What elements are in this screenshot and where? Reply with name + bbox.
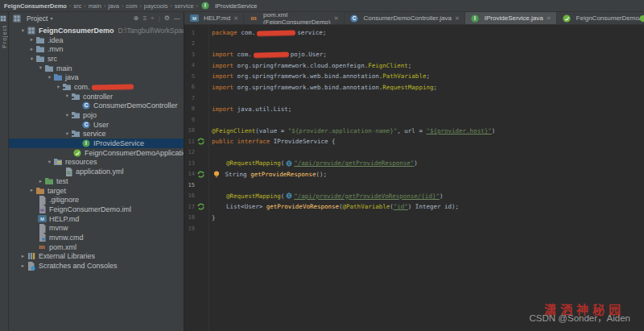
tree-item-pojo[interactable]: ▾pojo [9,110,184,120]
code-token: @FeignClient [212,127,255,134]
chevron-collapsed-icon[interactable]: ▸ [19,263,27,269]
code-line-7[interactable] [212,93,644,104]
chevron-collapsed-icon[interactable]: ▸ [19,254,27,259]
bulb-icon[interactable] [213,171,220,178]
tool-strip-label[interactable]: Project [2,25,7,48]
editor-tab-help-md[interactable]: MHELP.md✕ [184,12,244,24]
tree-item-pom-xml[interactable]: mpom.xml [9,242,184,252]
code-line-9[interactable] [212,114,644,126]
tree-item-mvnw-cmd[interactable]: mvnw.cmd [9,233,184,242]
collapse-all-icon[interactable]: Ξ [142,14,147,22]
tree-item--idea[interactable]: ▸.idea [9,35,184,45]
editor-tab-consumerdemocontroller-java[interactable]: CConsumerDemoController.java✕ [345,12,465,24]
chevron-collapsed-icon[interactable]: ▸ [28,188,35,193]
tree-item-iprovideservice[interactable]: IIProvideService [9,139,184,148]
code-line-4[interactable]: import org.springframework.cloud.openfei… [212,60,644,72]
tree-item-external-libraries[interactable]: ▸External Libraries [9,252,184,262]
chevron-expanded-icon[interactable]: ▾ [64,131,71,137]
breadcrumb-item[interactable]: com [126,2,137,10]
chevron-expanded-icon[interactable]: ▾ [64,113,71,118]
tree-item-mvnw[interactable]: mvnw [9,223,184,233]
tree-item-java[interactable]: ▾java [9,72,184,82]
tree-item-resources[interactable]: ▾resources [9,158,184,168]
editor-tab-iprovideservice-java[interactable]: IIProvideService.java✕ [465,12,557,24]
tree-item-feignconsumerdemoapplication[interactable]: FeignConsumerDemoApplication [9,148,184,158]
spring-bean-icon[interactable] [195,171,206,178]
editor-tab-feignconsumerdemoapplication-java[interactable]: FeignConsumerDemoApplication.java✕ [557,12,644,24]
code-line-2[interactable] [212,39,644,50]
chevron-expanded-icon[interactable]: ▾ [19,28,27,34]
tree-item-feignconsumerdemo[interactable]: ▾FeignConsumerDemoD:\Tangbull\WorkSpace\… [9,26,184,35]
breadcrumb-item[interactable]: paycools [144,2,168,10]
breadcrumb-current[interactable]: IIProvideService [200,2,258,10]
locate-file-icon[interactable]: ⊕ [133,14,138,22]
breadcrumb-item[interactable]: main [89,2,101,10]
tree-item-src[interactable]: ▾src [9,54,184,64]
code-line-8[interactable]: import java.util.List; [212,104,644,115]
code-line-15[interactable] [212,180,644,191]
settings-gear-icon[interactable]: ⚙ [164,14,170,22]
code-line-11[interactable]: public interface IProvideService { [212,136,644,147]
spring-boot-icon [562,14,572,23]
breadcrumb-item[interactable]: java [108,2,119,10]
line-number: 16 [184,192,195,199]
tree-item-feignconsumerdemo-iml[interactable]: FeignConsumerDemo.iml [9,205,184,214]
chevron-expanded-icon[interactable]: ▾ [55,85,62,90]
breadcrumb-item[interactable]: service [175,2,194,10]
tree-item--gitignore[interactable]: .gitignore [9,195,184,205]
close-tab-icon[interactable]: ✕ [547,15,551,22]
project-tool-icon[interactable] [0,14,8,23]
code-line-5[interactable]: import org.springframework.web.bind.anno… [212,71,644,82]
tree-item-consumerdemocontroller[interactable]: CConsumerDemoController [9,101,184,111]
breadcrumb-item[interactable]: src [73,2,81,10]
tree-item-scratches-and-consoles[interactable]: ▸Scratches and Consoles [9,261,184,271]
file-icon [37,224,47,233]
hide-panel-icon[interactable]: — [174,14,180,22]
tree-item-application-yml[interactable]: application.yml [9,167,184,176]
expand-all-icon[interactable]: ÷ [151,14,154,22]
chevron-expanded-icon[interactable]: ▾ [37,65,44,71]
tree-item-service[interactable]: ▾service [9,130,184,139]
tree-item-com-[interactable]: ▾com. [9,82,184,92]
close-tab-icon[interactable]: ✕ [233,15,238,22]
chevron-collapsed-icon[interactable]: ▸ [28,37,35,43]
breadcrumb-separator: › [104,3,105,9]
chevron-expanded-icon[interactable]: ▾ [64,93,71,99]
chevron-expanded-icon[interactable]: ▾ [46,75,53,81]
chevron-expanded-icon[interactable]: ▾ [46,159,53,165]
tree-item--mvn[interactable]: ▸.mvn [9,44,184,54]
chevron-down-icon[interactable]: ▾ [50,15,52,21]
code-line-3[interactable]: import com.pojo.User; [212,49,644,60]
code-line-17[interactable]: List<User> getProvideVoResponse(@PathVar… [212,201,644,213]
code-area[interactable]: package com.service;import com.pojo.User… [209,25,644,331]
breadcrumb-item[interactable]: FeignConsumerDemo [4,2,67,10]
code-line-13[interactable]: @RequestMapping("/api/provide/getProvide… [212,158,644,169]
code-line-10[interactable]: @FeignClient(value = "${provider.applica… [212,126,644,137]
editor-tab-pom-xml-feignconsumerdemo-[interactable]: mpom.xml (FeignConsumerDemo)✕ [244,12,344,24]
code-line-1[interactable]: package com.service; [212,27,644,39]
editor-tab-bar: MHELP.md✕mpom.xml (FeignConsumerDemo)✕CC… [184,12,644,25]
tree-item-user[interactable]: CUser [9,120,184,130]
code-line-18[interactable]: } [212,213,644,224]
tree-item-help-md[interactable]: MHELP.md [9,214,184,224]
code-line-6[interactable]: import org.springframework.web.bind.anno… [212,82,644,93]
close-tab-icon[interactable]: ✕ [455,15,460,22]
spring-bean-icon[interactable] [195,203,206,210]
chevron-expanded-icon[interactable]: ▾ [28,56,35,62]
spring-bean-icon[interactable] [195,138,206,145]
tree-item-target[interactable]: ▸target [9,186,184,196]
tree-item-main[interactable]: ▾main [9,64,184,73]
close-tab-icon[interactable]: ✕ [334,15,339,22]
code-line-14[interactable]: String getProvideResponse(); [212,169,644,180]
chevron-collapsed-icon[interactable]: ▸ [37,179,44,184]
code-line-19[interactable] [212,223,644,234]
code-line-12[interactable] [212,147,644,159]
code-editor[interactable]: 12345678910111213141516171819 package co… [184,25,644,331]
project-panel: Project ▾ ⊕Ξ÷|⚙— ▾FeignConsumerDemoD:\Ta… [9,12,184,331]
project-panel-title[interactable]: Project [27,14,47,23]
chevron-collapsed-icon[interactable]: ▸ [28,47,35,52]
tree-item-test[interactable]: ▸test [9,176,184,186]
code-token: ( [281,159,285,167]
tree-item-controller[interactable]: ▾controller [9,92,184,101]
code-line-16[interactable]: @RequestMapping("/api/provide/getProvide… [212,191,644,202]
